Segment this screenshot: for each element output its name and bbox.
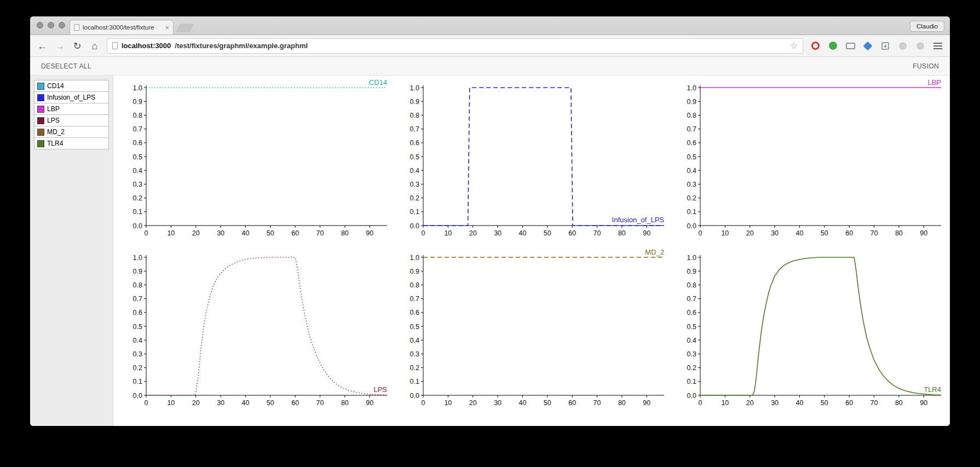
svg-text:0.7: 0.7 [410,125,419,133]
svg-text:0.8: 0.8 [133,281,142,289]
svg-text:70: 70 [871,229,878,237]
dim-extension-icon-2[interactable] [915,41,926,51]
svg-text:0.2: 0.2 [410,364,419,372]
svg-text:0.4: 0.4 [410,167,419,175]
svg-text:60: 60 [845,399,853,407]
svg-text:50: 50 [544,399,551,407]
page-favicon-icon [74,24,79,31]
fusion-button[interactable]: FUSION [913,62,939,70]
svg-text:30: 30 [494,229,501,237]
green-circle-extension-icon[interactable] [827,41,838,51]
svg-text:60: 60 [568,399,576,407]
svg-text:0.5: 0.5 [133,153,142,161]
blue-gem-extension-icon[interactable] [862,41,873,51]
svg-text:0.6: 0.6 [687,139,696,147]
svg-text:30: 30 [771,229,779,237]
node-color-swatch [37,83,44,90]
chart-TLR4: 01020304050607080900.00.10.20.30.40.50.6… [675,249,949,413]
sidebar-item-TLR4[interactable]: TLR4 [34,137,109,149]
cast-extension-icon[interactable] [845,41,856,51]
svg-text:0.1: 0.1 [410,208,419,216]
svg-text:10: 10 [721,399,729,407]
svg-text:0.0: 0.0 [133,222,142,230]
svg-text:0.7: 0.7 [410,295,419,303]
svg-text:20: 20 [469,399,477,407]
sidebar-item-label: LPS [47,117,60,124]
node-sidebar: CD14Infusion_of_LPSLBPLPSMD_2TLR4 [30,76,113,426]
svg-text:0.4: 0.4 [133,167,142,175]
tab-title: localhost:3000/test/fixture [83,24,162,31]
svg-text:1.0: 1.0 [687,254,696,262]
svg-text:0.1: 0.1 [133,378,142,385]
forward-icon[interactable]: → [54,41,65,51]
svg-text:0: 0 [422,229,425,237]
svg-text:10: 10 [444,229,452,237]
svg-text:0.1: 0.1 [410,378,419,385]
svg-text:0.3: 0.3 [133,350,142,358]
minimize-window-icon[interactable] [48,22,54,28]
bookmark-star-icon[interactable]: ☆ [790,41,798,51]
svg-text:30: 30 [771,399,779,407]
chart-LPS: 01020304050607080900.00.10.20.30.40.50.6… [121,249,395,413]
browser-tab[interactable]: localhost:3000/test/fixture × [70,20,174,34]
sidebar-item-LPS[interactable]: LPS [34,114,109,126]
add-extension-icon[interactable]: + [880,41,891,51]
sidebar-item-label: MD_2 [47,128,65,136]
svg-text:0.6: 0.6 [410,309,419,316]
svg-text:30: 30 [217,229,224,237]
chart-title: LPS [373,385,387,394]
svg-text:90: 90 [920,229,927,237]
svg-text:0.2: 0.2 [410,194,419,202]
svg-text:0.4: 0.4 [410,337,419,344]
svg-text:0.9: 0.9 [410,268,419,275]
address-bar[interactable]: localhost:3000/test/fixtures/graphml/exa… [107,38,803,54]
sidebar-item-LBP[interactable]: LBP [34,103,109,115]
svg-text:60: 60 [291,229,299,237]
new-tab-button[interactable] [176,24,195,32]
chart-canvas: 01020304050607080900.00.10.20.30.40.50.6… [398,79,672,243]
svg-text:0: 0 [422,399,425,407]
svg-text:1.0: 1.0 [687,84,696,92]
profile-button[interactable]: Claudio [910,21,944,32]
sidebar-item-label: Infusion_of_LPS [47,94,95,101]
node-color-swatch [37,140,44,147]
svg-text:80: 80 [895,229,903,237]
sidebar-item-MD_2[interactable]: MD_2 [34,126,109,138]
svg-text:50: 50 [267,229,274,237]
svg-text:90: 90 [366,229,373,237]
opera-extension-icon[interactable] [810,41,821,51]
svg-text:80: 80 [341,229,349,237]
close-window-icon[interactable] [37,22,43,28]
back-icon[interactable]: ← [37,41,48,51]
svg-text:10: 10 [721,229,729,237]
sidebar-item-Infusion_of_LPS[interactable]: Infusion_of_LPS [34,91,109,103]
svg-text:0.5: 0.5 [410,153,419,161]
home-icon[interactable]: ⌂ [89,41,100,51]
svg-text:0.3: 0.3 [410,350,419,358]
svg-text:0: 0 [145,229,148,237]
svg-text:0.1: 0.1 [687,208,696,216]
svg-text:0.8: 0.8 [133,112,142,119]
maximize-window-icon[interactable] [59,22,65,28]
dim-extension-icon-1[interactable] [897,41,908,51]
window-controls [37,22,65,28]
svg-text:80: 80 [341,399,349,407]
svg-text:0.3: 0.3 [687,181,696,188]
sidebar-item-label: CD14 [47,82,64,90]
deselect-all-button[interactable]: DESELECT ALL [41,62,91,70]
svg-text:0.7: 0.7 [687,125,696,133]
sidebar-item-CD14[interactable]: CD14 [34,80,109,92]
chart-title: Infusion_of_LPS [612,216,665,224]
svg-text:1.0: 1.0 [410,254,419,262]
node-color-swatch [37,117,44,124]
svg-text:0.6: 0.6 [133,139,142,147]
svg-text:40: 40 [241,229,249,237]
menu-icon[interactable] [932,41,943,51]
close-tab-icon[interactable]: × [165,24,169,32]
svg-text:90: 90 [366,399,373,407]
svg-text:0.9: 0.9 [687,268,696,275]
svg-text:20: 20 [746,399,754,407]
reload-icon[interactable]: ↻ [72,41,83,51]
chart-LBP: 01020304050607080900.00.10.20.30.40.50.6… [675,79,949,243]
svg-text:80: 80 [618,399,626,407]
